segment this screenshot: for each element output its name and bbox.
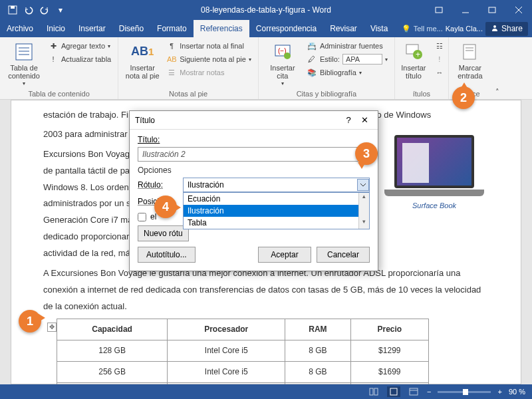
add-text-button[interactable]: ✚Agregar texto▾ — [47, 40, 112, 52]
toc-button[interactable]: Tabla de contenido ▾ — [5, 40, 43, 88]
svg-text:+: + — [416, 50, 420, 59]
cancel-button[interactable]: Cancelar — [317, 247, 370, 263]
dropdown-option[interactable]: Tabla — [184, 217, 369, 229]
insert-endnote-button[interactable]: ¶Insertar nota al final — [165, 40, 253, 52]
qat-customize-icon[interactable]: ▾ — [55, 4, 66, 16]
scroll-down-icon[interactable]: ▾ — [359, 218, 369, 229]
tab-formato[interactable]: Formato — [150, 20, 194, 37]
group-label: ítulos — [398, 88, 446, 98]
laptop-keyboard — [384, 190, 484, 196]
tab-diseño[interactable]: Diseño — [112, 20, 150, 37]
show-notes-button[interactable]: ☰Mostrar notas — [165, 66, 253, 78]
share-button[interactable]: Share — [485, 22, 528, 36]
table-move-handle-icon[interactable]: ✥ — [47, 323, 57, 332]
svg-rect-23 — [390, 388, 397, 395]
web-layout-icon[interactable] — [407, 386, 420, 397]
new-label-button[interactable]: Nuevo rótu — [138, 225, 189, 241]
lightbulb-icon: 💡 — [402, 25, 411, 33]
read-mode-icon[interactable] — [367, 386, 380, 397]
svg-rect-22 — [374, 388, 378, 395]
ribbon-options-icon[interactable] — [426, 0, 452, 20]
chevron-down-icon[interactable] — [357, 179, 369, 191]
collapse-ribbon-icon[interactable]: ˄ — [491, 37, 503, 99]
tab-referencias[interactable]: Referencias — [194, 20, 249, 37]
svg-point-14 — [284, 53, 291, 59]
svg-rect-18 — [464, 45, 475, 59]
style-icon: 🖊 — [307, 54, 317, 65]
exclude-label-checkbox[interactable] — [138, 213, 146, 221]
citation-style-select[interactable]: 🖊Estilo: APA▾ — [305, 53, 389, 65]
tab-vista[interactable]: Vista — [364, 20, 394, 37]
dialog-help-icon[interactable]: ? — [340, 115, 356, 125]
mark-entry-icon — [460, 41, 481, 63]
dropdown-option[interactable]: Ecuación — [184, 193, 369, 205]
zoom-level[interactable]: 90 % — [509, 388, 525, 396]
manage-sources-button[interactable]: 📇Administrar fuentes — [305, 40, 389, 52]
data-table[interactable]: CapacidadProcesadorRAMPrecio 128 GBIntel… — [57, 319, 429, 384]
options-header: Opciones — [138, 166, 370, 175]
caption-preview[interactable]: Ilustración 2 — [138, 147, 370, 162]
table-row[interactable]: 128 GBIntel Core i58 GB$1299 — [57, 340, 429, 362]
dropdown-option[interactable]: Ilustración — [184, 205, 369, 217]
dropdown-scrollbar[interactable]: ▴ ▾ — [358, 193, 369, 229]
cross-reference-button[interactable]: ↔ — [434, 66, 446, 78]
callout-badge-3: 3 — [355, 142, 378, 165]
maximize-icon[interactable] — [479, 0, 505, 20]
mark-entry-button[interactable]: Marcar entrada — [454, 40, 486, 88]
label-combobox[interactable]: Ilustración — [183, 178, 370, 192]
zoom-thumb[interactable] — [463, 389, 468, 395]
label-dropdown: EcuaciónIlustraciónTabla ▴ ▾ — [183, 192, 370, 229]
insert-citation-button[interactable]: (−) Insertar cita ▾ — [264, 40, 301, 88]
zoom-in-button[interactable]: + — [497, 388, 501, 396]
table-of-figures-button[interactable]: ☷ — [434, 40, 446, 52]
footnote-icon: AB1 — [132, 41, 153, 63]
callout-badge-1: 1 — [19, 310, 41, 332]
caption-icon: + — [403, 41, 424, 63]
scroll-up-icon[interactable]: ▴ — [359, 193, 369, 203]
svg-rect-21 — [370, 388, 373, 395]
insert-footnote-button[interactable]: AB1 Insertar nota al pie — [124, 40, 161, 88]
label-rotulo: Rótulo: — [138, 180, 179, 190]
ribbon: Tabla de contenido ▾ ✚Agregar texto▾ !Ac… — [0, 37, 532, 100]
zoom-out-button[interactable]: − — [427, 388, 431, 396]
zoom-slider[interactable] — [438, 391, 491, 393]
print-layout-icon[interactable] — [387, 386, 400, 397]
tab-revisar[interactable]: Revisar — [323, 20, 364, 37]
save-icon[interactable] — [7, 4, 19, 16]
svg-rect-1 — [11, 6, 15, 9]
endnote-icon: ¶ — [166, 41, 177, 51]
crossref-icon: ↔ — [435, 67, 444, 78]
citation-icon: (−) — [272, 41, 293, 63]
group-footnotes: AB1 Insertar nota al pie ¶Insertar nota … — [118, 37, 259, 99]
tab-archivo[interactable]: Archivo — [0, 20, 40, 37]
table-header: Precio — [350, 319, 428, 340]
close-icon[interactable] — [505, 0, 532, 20]
group-label: Tabla de contenido — [5, 88, 112, 98]
autocaption-button[interactable]: Autotítulo... — [138, 247, 196, 263]
user-name[interactable]: Kayla Cla... — [446, 25, 483, 33]
tab-inicio[interactable]: Inicio — [40, 20, 72, 37]
undo-icon[interactable] — [23, 4, 35, 16]
next-footnote-icon: AB — [166, 54, 177, 65]
dialog-close-icon[interactable]: ✕ — [356, 115, 372, 125]
table-row[interactable]: 256 GBIntel Core i58 GB$1699 — [57, 361, 429, 382]
update-icon: ! — [48, 54, 59, 65]
tell-me-search[interactable]: 💡 Tell me... — [402, 25, 443, 33]
ok-button[interactable]: Aceptar — [258, 247, 311, 263]
svg-rect-8 — [16, 44, 32, 60]
redo-icon[interactable] — [39, 4, 51, 16]
next-footnote-button[interactable]: ABSiguiente nota al pie▾ — [165, 53, 253, 65]
update-tof-button[interactable]: ! — [434, 53, 446, 65]
status-bar: − + 90 % — [0, 384, 532, 399]
update-table-button[interactable]: !Actualizar tabla — [47, 53, 112, 65]
bibliography-button[interactable]: 📚Bibliografía▾ — [305, 66, 389, 78]
insert-caption-button[interactable]: + Insertar título — [398, 40, 430, 88]
figure-caption: Surface Book — [381, 199, 487, 213]
caption-label: Título: — [138, 135, 370, 144]
minimize-icon[interactable] — [452, 0, 479, 20]
title-bar: ▾ 08-leyendas-de-tabla-y-figura - Word — [0, 0, 532, 20]
figure-laptop[interactable]: Surface Book — [381, 135, 487, 213]
svg-rect-2 — [436, 7, 442, 13]
tab-correspondencia[interactable]: Correspondencia — [249, 20, 323, 37]
tab-insertar[interactable]: Insertar — [72, 20, 112, 37]
